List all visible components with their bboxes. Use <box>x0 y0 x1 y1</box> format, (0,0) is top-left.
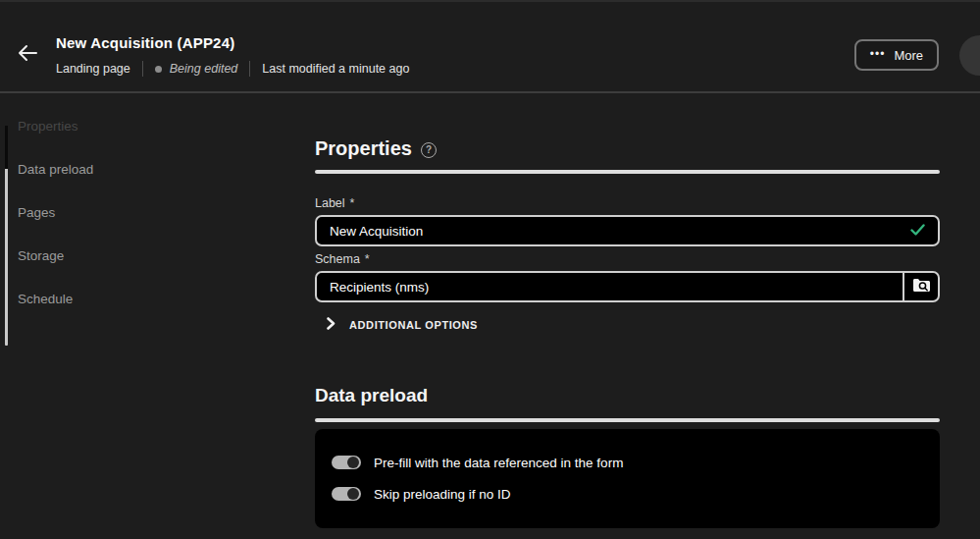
section-divider <box>315 170 940 174</box>
main-panel: Properties ? Label* Schema* <box>315 93 940 539</box>
sidebar-item-storage[interactable]: Storage <box>18 234 292 277</box>
chevron-right-icon <box>327 317 335 333</box>
schema-browse-button[interactable] <box>903 273 938 300</box>
data-preload-section-heading: Data preload <box>315 385 428 406</box>
properties-section-heading: Properties ? <box>315 137 437 160</box>
prefill-toggle[interactable] <box>332 456 361 469</box>
sidebar-item-properties[interactable]: Properties <box>18 104 292 147</box>
header-meta-row: Landing page Being edited Last modified … <box>56 61 409 77</box>
toggle-knob <box>347 488 359 500</box>
data-preload-title: Data preload <box>315 385 428 406</box>
sidebar-item-schedule[interactable]: Schedule <box>18 277 292 320</box>
header-bar: New Acquisition (APP24) Landing page Bei… <box>0 0 980 93</box>
sidebar-item-pages[interactable]: Pages <box>18 190 292 234</box>
data-preload-card: Pre-fill with the data referenced in the… <box>315 429 940 528</box>
properties-title: Properties <box>315 137 412 160</box>
more-button-label: More <box>894 48 923 63</box>
label-input[interactable] <box>317 217 910 244</box>
required-asterisk: * <box>350 196 355 210</box>
sidebar-active-indicator <box>5 126 8 169</box>
toggle-knob <box>347 457 359 468</box>
skip-preload-toggle-label: Skip preloading if no ID <box>374 487 511 502</box>
more-dots-icon: ••• <box>870 47 886 61</box>
meta-separator <box>249 61 250 77</box>
page-title: New Acquisition (APP24) <box>56 34 409 51</box>
back-arrow-icon <box>17 51 38 66</box>
folder-search-icon <box>912 277 931 296</box>
last-modified-text: Last modified a minute ago <box>262 62 409 76</box>
breadcrumb: Landing page <box>56 62 130 76</box>
sidebar-item-data-preload[interactable]: Data preload <box>18 147 292 190</box>
help-icon[interactable]: ? <box>421 142 437 158</box>
schema-input-wrapper <box>315 271 940 302</box>
title-block: New Acquisition (APP24) Landing page Bei… <box>56 34 409 77</box>
schema-input[interactable] <box>317 273 903 300</box>
skip-preload-toggle-row: Skip preloading if no ID <box>332 484 511 504</box>
avatar[interactable] <box>959 35 980 76</box>
status-badge: Being edited <box>170 62 238 76</box>
required-asterisk: * <box>365 252 370 266</box>
schema-field-label: Schema* <box>315 252 370 266</box>
skip-preload-toggle[interactable] <box>332 487 361 501</box>
meta-separator <box>142 61 143 77</box>
prefill-toggle-row: Pre-fill with the data referenced in the… <box>332 453 623 472</box>
section-divider <box>315 418 940 422</box>
label-input-wrapper <box>315 215 940 246</box>
app-window: New Acquisition (APP24) Landing page Bei… <box>0 0 980 539</box>
more-button[interactable]: ••• More <box>854 39 939 71</box>
valid-checkmark-icon <box>910 222 925 240</box>
status-dot-icon <box>155 66 162 73</box>
additional-options-disclosure[interactable]: ADDITIONAL OPTIONS <box>327 317 478 333</box>
sidebar: Properties Data preload Pages Storage Sc… <box>0 95 315 539</box>
prefill-toggle-label: Pre-fill with the data referenced in the… <box>374 456 623 470</box>
label-field-label: Label* <box>315 196 354 210</box>
additional-options-label: ADDITIONAL OPTIONS <box>349 319 478 331</box>
back-button[interactable] <box>16 43 39 65</box>
